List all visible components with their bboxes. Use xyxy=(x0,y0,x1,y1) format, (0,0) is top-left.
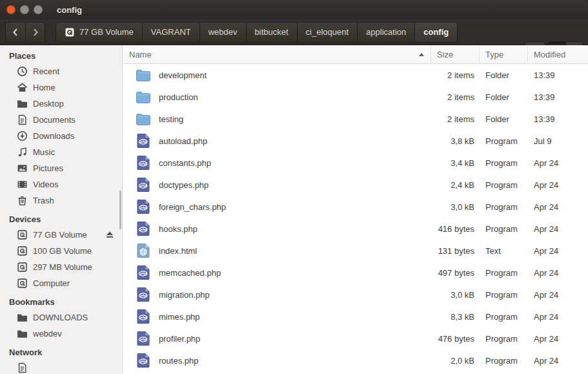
breadcrumb-item-volume[interactable]: 77 GB Volume xyxy=(56,22,143,43)
file-type: Program xyxy=(480,356,528,366)
sidebar-item-297mb-volume[interactable]: 297 MB Volume xyxy=(0,259,122,275)
file-modified: Apr 24 xyxy=(528,290,588,300)
sidebar-item-downloads-bookmark[interactable]: DOWNLOADS xyxy=(0,309,122,326)
file-size: 2,0 kB xyxy=(431,356,480,366)
column-header-type[interactable]: Type xyxy=(480,45,528,63)
file-modified: 13:39 xyxy=(528,70,588,80)
sidebar-item-label: Documents xyxy=(33,115,76,125)
back-button[interactable] xyxy=(5,22,25,43)
file-type: Folder xyxy=(480,92,528,102)
video-icon xyxy=(17,179,28,190)
file-size: 2 items xyxy=(431,114,480,124)
table-row-profiler-php[interactable]: profiler.php 476 bytes Program Apr 24 xyxy=(123,327,588,349)
sidebar-item-downloads[interactable]: Downloads xyxy=(0,128,122,144)
breadcrumb: 77 GB Volume VAGRANT webdev bitbucket ci… xyxy=(56,22,458,43)
table-row-foreign-chars-php[interactable]: foreign_chars.php 3,0 kB Program Apr 24 xyxy=(123,196,588,218)
sidebar-item-documents[interactable]: Documents xyxy=(0,112,122,128)
table-row-testing[interactable]: testing 2 items Folder 13:39 xyxy=(123,108,588,130)
sidebar-item-pictures[interactable]: Pictures xyxy=(0,160,122,176)
breadcrumb-item-config-current[interactable]: config xyxy=(415,22,458,43)
column-header-name[interactable]: Name xyxy=(123,45,431,63)
sidebar-item-home[interactable]: Home xyxy=(0,79,122,96)
breadcrumb-label: ci_eloquent xyxy=(306,27,349,37)
file-name: production xyxy=(159,92,198,102)
breadcrumb-label: 77 GB Volume xyxy=(79,27,134,37)
sidebar-item-label: Music xyxy=(33,147,55,157)
file-name: routes.php xyxy=(159,356,198,366)
toolbar: 77 GB Volume VAGRANT webdev bitbucket ci… xyxy=(0,19,588,45)
table-row-constants-php[interactable]: constants.php 3,4 kB Program Apr 24 xyxy=(123,152,588,174)
sidebar-item-webdev-bookmark[interactable]: webdev xyxy=(0,326,122,342)
table-row-mimes-php[interactable]: mimes.php 8,3 kB Program Apr 24 xyxy=(123,306,588,327)
breadcrumb-item-vagrant[interactable]: VAGRANT xyxy=(143,22,200,43)
sidebar-item-computer[interactable]: Computer xyxy=(0,275,122,291)
file-name: mimes.php xyxy=(159,312,200,322)
breadcrumb-item-bitbucket[interactable]: bitbucket xyxy=(247,22,298,43)
close-button[interactable] xyxy=(6,5,15,14)
breadcrumb-item-webdev[interactable]: webdev xyxy=(200,22,247,43)
sidebar-item-label: webdev xyxy=(33,329,62,338)
file-name: hooks.php xyxy=(159,224,198,234)
table-row-index-html[interactable]: index.html 131 bytes Text Apr 24 xyxy=(123,240,588,262)
php-file-icon xyxy=(136,199,151,214)
file-name: development xyxy=(159,70,207,80)
sidebar-item-recent[interactable]: Recent xyxy=(0,63,122,79)
table-row-hooks-php[interactable]: hooks.php 416 bytes Program Apr 24 xyxy=(123,218,588,240)
file-name: profiler.php xyxy=(159,334,200,344)
breadcrumb-item-ci-eloquent[interactable]: ci_eloquent xyxy=(298,22,358,43)
file-type: Text xyxy=(480,246,528,256)
table-row-partial[interactable] xyxy=(123,371,588,374)
file-size: 131 bytes xyxy=(431,246,480,256)
sidebar-item-videos[interactable]: Videos xyxy=(0,176,122,192)
table-row-production[interactable]: production 2 items Folder 13:39 xyxy=(123,86,588,108)
file-modified: Apr 24 xyxy=(528,246,588,256)
file-manager-window: config 77 GB Volume VAGRANT webdev bitbu… xyxy=(0,0,588,374)
eject-icon[interactable] xyxy=(105,229,115,240)
sidebar-item-trash[interactable]: Trash xyxy=(0,192,122,209)
column-header-modified[interactable]: Modified xyxy=(528,45,588,63)
sidebar-scrollbar-thumb[interactable] xyxy=(119,191,121,229)
file-name: migration.php xyxy=(159,290,210,300)
nav-buttons xyxy=(5,22,45,43)
drive-icon xyxy=(17,278,28,289)
table-row-routes-php[interactable]: routes.php 2,0 kB Program Apr 24 xyxy=(123,349,588,371)
sidebar-item-network-partial[interactable] xyxy=(0,360,122,374)
window-title: config xyxy=(57,5,82,15)
table-row-migration-php[interactable]: migration.php 3,0 kB Program Apr 24 xyxy=(123,284,588,306)
php-file-icon xyxy=(136,353,151,368)
file-list: Name Size Type Modified development 2 it… xyxy=(123,45,588,374)
sidebar-item-100gb-volume[interactable]: 100 GB Volume xyxy=(0,243,122,259)
file-modified: Apr 24 xyxy=(528,356,588,366)
sidebar-section-devices: Devices xyxy=(0,209,122,227)
sidebar: Places Recent Home Desktop Documents Dow… xyxy=(0,45,123,374)
php-file-icon xyxy=(136,331,151,346)
maximize-button[interactable] xyxy=(34,5,43,14)
php-file-icon xyxy=(136,133,151,149)
minimize-button[interactable] xyxy=(20,5,29,14)
file-modified: Apr 24 xyxy=(528,158,588,168)
sidebar-item-label: Downloads xyxy=(33,131,74,141)
file-type: Folder xyxy=(480,114,528,124)
sidebar-item-label: DOWNLOADS xyxy=(33,313,88,322)
table-row-doctypes-php[interactable]: doctypes.php 2,4 kB Program Apr 24 xyxy=(123,174,588,196)
forward-button[interactable] xyxy=(25,22,45,43)
table-row-memcached-php[interactable]: memcached.php 497 bytes Program Apr 24 xyxy=(123,262,588,284)
sidebar-item-label: Computer xyxy=(33,278,70,288)
titlebar[interactable]: config xyxy=(0,0,588,19)
sidebar-item-label: Pictures xyxy=(33,163,63,173)
file-type: Program xyxy=(480,136,528,146)
sidebar-section-bookmarks: Bookmarks xyxy=(0,291,122,309)
sidebar-item-77gb-volume[interactable]: 77 GB Volume xyxy=(0,227,122,243)
sidebar-section-places: Places xyxy=(0,45,122,63)
folder-icon xyxy=(136,111,151,127)
table-row-autoload-php[interactable]: autoload.php 3,8 kB Program Jul 9 xyxy=(123,130,588,152)
table-row-development[interactable]: development 2 items Folder 13:39 xyxy=(123,64,588,86)
sidebar-item-music[interactable]: Music xyxy=(0,144,122,160)
file-size: 8,3 kB xyxy=(431,312,480,322)
chevron-left-icon xyxy=(10,27,21,37)
sidebar-item-desktop[interactable]: Desktop xyxy=(0,96,122,112)
folder-icon xyxy=(136,67,151,83)
column-header-size[interactable]: Size xyxy=(431,45,480,63)
breadcrumb-item-application[interactable]: application xyxy=(358,22,415,43)
file-type: Program xyxy=(480,202,528,212)
